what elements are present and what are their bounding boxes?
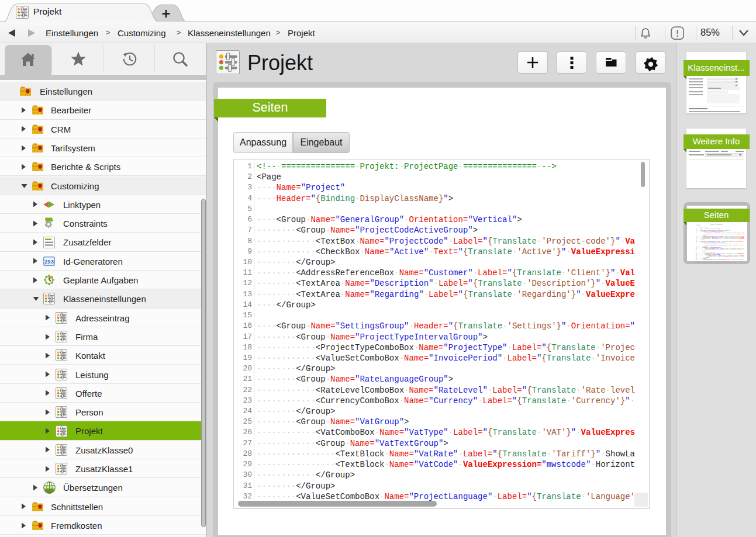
- svg-text:293: 293: [44, 259, 54, 265]
